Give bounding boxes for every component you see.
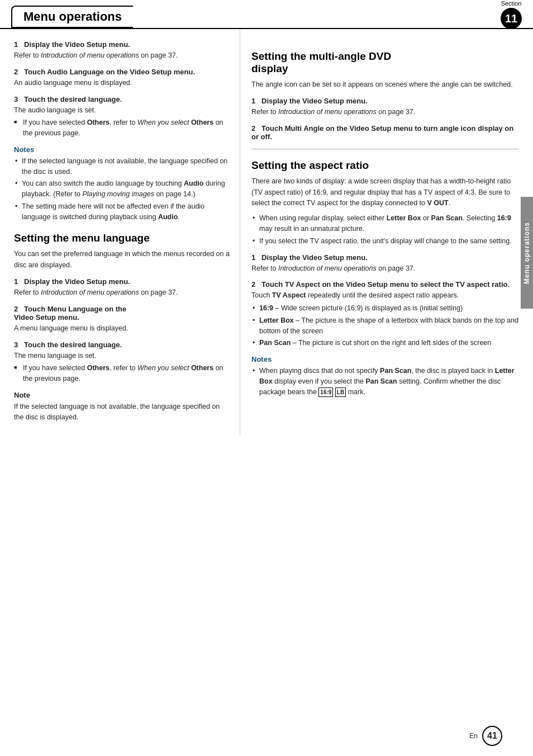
left-column: 1 Display the Video Setup menu. Refer to… [0, 29, 240, 436]
step3-menu-text: The menu language is set. [14, 351, 231, 361]
step1-heading: 1 Display the Video Setup menu. [14, 40, 231, 49]
page-footer: En 41 [469, 726, 502, 746]
step2-aspect-heading: 2 Touch TV Aspect on the Video Setup men… [251, 280, 519, 289]
badge-169: 16:9 [318, 388, 333, 397]
section-badge: Section 11 [501, 0, 522, 29]
note-item-3: The setting made here will not be affect… [14, 201, 231, 223]
step3-menu-heading: 3 Touch the desired language. [14, 341, 231, 349]
notes-heading: Notes [14, 145, 231, 154]
section-menu-language-intro: You can set the preferred language in wh… [14, 249, 231, 271]
section-number: 11 [501, 8, 522, 29]
aspect-option-169: 16:9 – Wide screen picture (16:9) is dis… [251, 303, 519, 314]
step3-menu-list: If you have selected Others, refer to Wh… [14, 363, 231, 384]
step1-aspect-text: Refer to Introduction of menu operations… [251, 263, 519, 274]
side-tab: Menu operations [521, 197, 533, 309]
right-column: Setting the multi-angle DVDdisplay The a… [240, 29, 533, 436]
section-aspect-intro: There are two kinds of display: a wide s… [251, 176, 519, 209]
aspect-option-panscan: Pan Scan – The picture is cut short on t… [251, 338, 519, 348]
aspect-option-letterbox: Letter Box – The picture is the shape of… [251, 315, 519, 337]
step2-aspect-text: Touch TV Aspect repeatedly until the des… [251, 290, 519, 301]
step3-menu-list-item: If you have selected Others, refer to Wh… [14, 363, 231, 384]
step1-menu-heading: 1 Display the Video Setup menu. [14, 277, 231, 286]
note-item-2: You can also switch the audio language b… [14, 178, 231, 200]
aspect-bullets: When using regular display, select eithe… [251, 213, 519, 246]
side-tab-label: Menu operations [523, 222, 531, 284]
aspect-bullet-1: When using regular display, select eithe… [251, 213, 519, 234]
divider [251, 149, 519, 149]
section-aspect-heading: Setting the aspect ratio [251, 159, 519, 172]
step2-text: An audio language menu is displayed. [14, 78, 231, 88]
section-multiangle-intro: The angle icon can be set so it appears … [251, 79, 519, 90]
header-title-area: Menu operations [11, 6, 133, 28]
aspect-note-1: When playing discs that do not specify P… [251, 366, 519, 397]
page-title: Menu operations [23, 10, 122, 24]
notes-list: If the selected language is not availabl… [14, 156, 231, 223]
note-item-1: If the selected language is not availabl… [14, 156, 231, 177]
step2-menu-heading: 2 Touch Menu Language on theVideo Setup … [14, 305, 231, 322]
section-multiangle-heading: Setting the multi-angle DVDdisplay [251, 50, 519, 75]
aspect-options-list: 16:9 – Wide screen picture (16:9) is dis… [251, 303, 519, 348]
step3-text: The audio language is set. [14, 105, 231, 116]
step2-heading: 2 Touch Audio Language on the Video Setu… [14, 68, 231, 76]
page-number: 41 [482, 726, 502, 746]
step2-angle-heading: 2 Touch Multi Angle on the Video Setup m… [251, 124, 519, 141]
lang-label: En [469, 732, 478, 740]
note-single-text: If the selected language is not availabl… [14, 401, 231, 423]
page-header: Menu operations Section 11 [0, 0, 533, 29]
step1-text: Refer to Introduction of menu operations… [14, 50, 231, 61]
badge-lb: LB [335, 388, 346, 397]
section-label: Section [501, 0, 522, 7]
page-container: Menu operations Section 11 1 Display the… [0, 0, 533, 756]
step1-angle-heading: 1 Display the Video Setup menu. [251, 97, 519, 105]
step3-list: If you have selected Others, refer to Wh… [14, 117, 231, 139]
content-area: 1 Display the Video Setup menu. Refer to… [0, 29, 533, 447]
section-menu-language-heading: Setting the menu language [14, 232, 231, 244]
aspect-notes-heading: Notes [251, 355, 519, 363]
step1-angle-text: Refer to Introduction of menu operations… [251, 107, 519, 117]
aspect-bullet-2: If you select the TV aspect ratio, the u… [251, 236, 519, 247]
note-single-heading: Note [14, 391, 231, 399]
step2-menu-text: A menu language menu is displayed. [14, 323, 231, 334]
step1-aspect-heading: 1 Display the Video Setup menu. [251, 253, 519, 262]
step3-heading: 3 Touch the desired language. [14, 95, 231, 103]
aspect-notes-list: When playing discs that do not specify P… [251, 366, 519, 397]
step1-menu-text: Refer to Introduction of menu operations… [14, 287, 231, 298]
step3-list-item: If you have selected Others, refer to Wh… [14, 117, 231, 139]
